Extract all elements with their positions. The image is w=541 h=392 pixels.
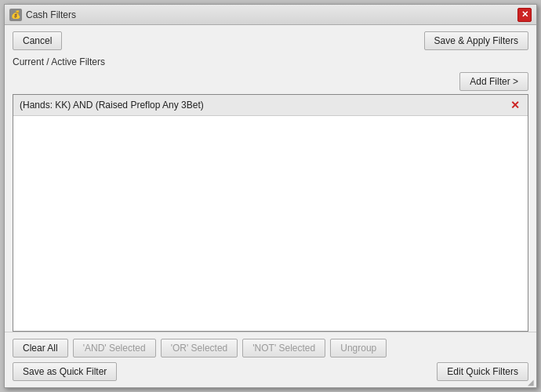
filter-item-remove-icon[interactable]: ✕ (509, 100, 521, 111)
ungroup-button[interactable]: Ungroup (330, 339, 387, 358)
save-apply-button[interactable]: Save & Apply Filters (424, 31, 528, 50)
section-label: Current / Active Filters (13, 56, 528, 67)
cash-filters-window: 💰 Cash Filters ✕ Cancel Save & Apply Fil… (4, 4, 537, 388)
content-area: Current / Active Filters Add Filter > (H… (5, 56, 536, 332)
not-selected-button[interactable]: 'NOT' Selected (242, 339, 325, 358)
bottom-row-2: Save as Quick Filter Edit Quick Filters (13, 362, 528, 381)
filter-controls-top: Add Filter > (13, 72, 528, 91)
title-bar: 💰 Cash Filters ✕ (5, 5, 536, 25)
window-icon: 💰 (9, 9, 22, 21)
toolbar: Cancel Save & Apply Filters (5, 25, 536, 56)
close-button[interactable]: ✕ (517, 8, 532, 22)
filter-item[interactable]: (Hands: KK) AND (Raised Preflop Any 3Bet… (13, 95, 528, 116)
bottom-row-1: Clear All 'AND' Selected 'OR' Selected '… (13, 339, 528, 358)
bottom-bar: Clear All 'AND' Selected 'OR' Selected '… (5, 332, 536, 387)
save-quick-filter-button[interactable]: Save as Quick Filter (13, 362, 117, 381)
cancel-button[interactable]: Cancel (13, 31, 62, 50)
window-title: Cash Filters (26, 9, 76, 20)
filter-item-text: (Hands: KK) AND (Raised Preflop Any 3Bet… (20, 100, 204, 111)
add-filter-button[interactable]: Add Filter > (459, 72, 528, 91)
or-selected-button[interactable]: 'OR' Selected (161, 339, 238, 358)
clear-all-button[interactable]: Clear All (13, 339, 68, 358)
edit-quick-filters-button[interactable]: Edit Quick Filters (437, 362, 528, 381)
filter-list: (Hands: KK) AND (Raised Preflop Any 3Bet… (13, 94, 528, 332)
resize-handle[interactable]: ◢ (528, 379, 536, 387)
and-selected-button[interactable]: 'AND' Selected (73, 339, 156, 358)
